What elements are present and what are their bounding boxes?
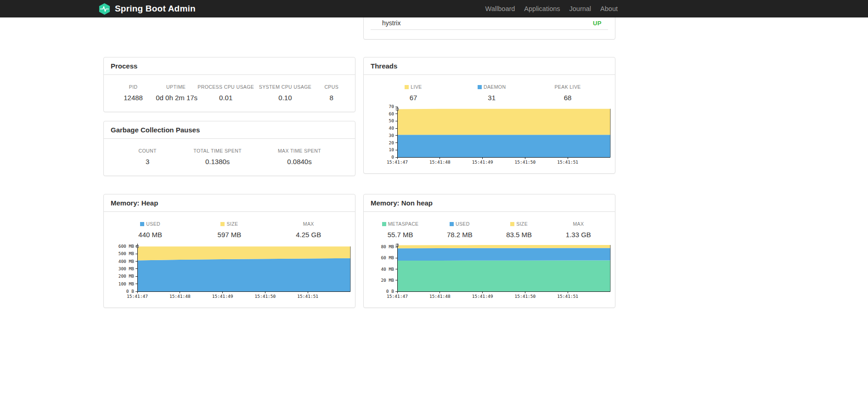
col-right-mem: Memory: Non heap METASPACE 55.7 MB — [363, 194, 615, 317]
legend-item-daemon: DAEMON 31 — [456, 84, 527, 102]
metric-label: DAEMON — [456, 84, 527, 90]
legend-item-used: USED 78.2 MB — [430, 221, 489, 239]
svg-text:100 MB: 100 MB — [118, 281, 135, 286]
metric-label: CPUS — [315, 84, 348, 90]
svg-text:15:41:51: 15:41:51 — [297, 294, 318, 299]
metric-label: LIVE — [371, 84, 456, 90]
svg-text:40: 40 — [389, 125, 395, 131]
metric-label: MAX TIME SPENT — [251, 148, 348, 154]
metric-gc-max-time: MAX TIME SPENT 0.0840s — [251, 148, 348, 165]
metric-value: 0d 0h 2m 17s — [156, 94, 196, 102]
brand[interactable]: Spring Boot Admin — [96, 3, 196, 15]
metric-label: PID — [111, 84, 156, 90]
nav-item-applications[interactable]: Applications — [519, 0, 564, 17]
metric-label: METASPACE — [371, 221, 430, 227]
nonheap-chart: 0 B20 MB40 MB60 MB80 MB15:41:4715:41:481… — [375, 241, 614, 300]
heap-chart: 0 B100 MB200 MB300 MB400 MB500 MB600 MB1… — [115, 241, 354, 300]
legend-item-peak-live: PEAK LIVE 68 — [527, 84, 608, 102]
metric-pid: PID 12488 — [111, 84, 156, 102]
metric-value: 12488 — [111, 94, 156, 102]
metric-label: USED — [111, 221, 190, 227]
svg-text:40 MB: 40 MB — [381, 267, 394, 272]
metric-label: SYSTEM CPU USAGE — [255, 84, 315, 90]
size-swatch-icon — [510, 222, 514, 226]
svg-text:15:41:51: 15:41:51 — [557, 159, 578, 165]
metric-label: COUNT — [111, 148, 184, 154]
row-main: Process PID 12488 UPTIME 0d 0h 2m 17s PR… — [103, 57, 615, 185]
metaspace-swatch-icon — [382, 222, 386, 226]
svg-text:15:41:51: 15:41:51 — [557, 294, 578, 299]
metric-gc-total-time: TOTAL TIME SPENT 0.1380s — [184, 148, 251, 165]
spring-boot-admin-logo-icon — [98, 3, 111, 15]
row-memory: Memory: Heap USED 440 MB — [103, 194, 615, 317]
col-left-empty — [103, 17, 355, 40]
heap-chart-container: 0 B100 MB200 MB300 MB400 MB500 MB600 MB1… — [111, 239, 348, 300]
live-swatch-icon — [405, 85, 409, 89]
threads-panel: Threads LIVE 67 — [363, 57, 615, 174]
used-swatch-icon — [140, 222, 144, 226]
memory-nonheap-panel: Memory: Non heap METASPACE 55.7 MB — [363, 194, 615, 308]
metric-value: 0.01 — [196, 94, 255, 102]
svg-text:0: 0 — [391, 154, 394, 159]
legend-item-max: MAX 4.25 GB — [269, 221, 348, 239]
svg-text:15:41:48: 15:41:48 — [169, 294, 191, 299]
navbar: Spring Boot Admin Wallboard Applications… — [0, 0, 868, 17]
svg-text:15:41:49: 15:41:49 — [212, 294, 233, 299]
svg-text:60 MB: 60 MB — [381, 255, 394, 260]
metric-label: MAX — [549, 221, 608, 227]
metric-value: 0.10 — [255, 94, 315, 102]
panel-title: Memory: Non heap — [364, 194, 615, 212]
metric-uptime: UPTIME 0d 0h 2m 17s — [156, 84, 196, 102]
legend-item-used: USED 440 MB — [111, 221, 190, 239]
legend-item-size: SIZE 597 MB — [190, 221, 269, 239]
metric-value: 597 MB — [190, 231, 269, 239]
metric-value: 68 — [527, 94, 608, 102]
svg-text:30: 30 — [389, 133, 395, 138]
svg-text:10: 10 — [389, 147, 395, 152]
application-row[interactable]: hystrix UP — [371, 17, 608, 30]
svg-text:80 MB: 80 MB — [381, 244, 394, 249]
svg-text:15:41:50: 15:41:50 — [255, 294, 276, 299]
metric-label: UPTIME — [156, 84, 196, 90]
metric-value: 0.1380s — [184, 158, 251, 165]
metric-value: 1.33 GB — [549, 231, 608, 239]
metric-value: 4.25 GB — [269, 231, 348, 239]
panel-title: Process — [104, 57, 355, 75]
nav-item-journal[interactable]: Journal — [565, 0, 596, 17]
application-name[interactable]: hystrix — [382, 19, 400, 27]
metric-value: 55.7 MB — [371, 231, 430, 239]
nav-item-wallboard[interactable]: Wallboard — [481, 0, 520, 17]
threads-legend: LIVE 67 DAEMON 31 — [371, 84, 608, 102]
metric-cpus: CPUS 8 — [315, 84, 348, 102]
status-badge: UP — [593, 20, 602, 27]
svg-text:20 MB: 20 MB — [381, 278, 394, 283]
svg-text:500 MB: 500 MB — [118, 251, 135, 256]
legend-item-metaspace: METASPACE 55.7 MB — [371, 221, 430, 239]
process-panel: Process PID 12488 UPTIME 0d 0h 2m 17s PR… — [103, 57, 355, 112]
metric-value: 0.0840s — [251, 158, 348, 165]
daemon-swatch-icon — [478, 85, 482, 89]
metric-value: 8 — [315, 94, 348, 102]
svg-text:300 MB: 300 MB — [118, 266, 135, 271]
metric-process-cpu: PROCESS CPU USAGE 0.01 — [196, 84, 255, 102]
size-swatch-icon — [220, 222, 225, 226]
panel-title: Threads — [364, 57, 615, 75]
process-metrics: PID 12488 UPTIME 0d 0h 2m 17s PROCESS CP… — [104, 75, 355, 112]
legend-item-live: LIVE 67 — [371, 84, 456, 102]
brand-title: Spring Boot Admin — [115, 4, 196, 14]
nav-item-about[interactable]: About — [596, 0, 622, 17]
nonheap-legend: METASPACE 55.7 MB USED 78.2 MB — [371, 221, 608, 239]
metric-label: SIZE — [190, 221, 269, 227]
svg-text:60: 60 — [389, 111, 395, 116]
metric-label: TOTAL TIME SPENT — [184, 148, 251, 154]
navbar-links: Wallboard Applications Journal About — [481, 0, 622, 17]
col-left: Process PID 12488 UPTIME 0d 0h 2m 17s PR… — [103, 57, 355, 185]
svg-text:15:41:47: 15:41:47 — [387, 294, 408, 299]
panel-title: Memory: Heap — [104, 194, 355, 212]
svg-text:50: 50 — [389, 118, 395, 123]
gc-panel: Garbage Collection Pauses COUNT 3 TOTAL … — [103, 121, 355, 176]
svg-text:15:41:50: 15:41:50 — [515, 159, 536, 165]
svg-text:15:41:48: 15:41:48 — [429, 159, 451, 165]
legend-item-max: MAX 1.33 GB — [549, 221, 608, 239]
threads-chart: 01020304050607015:41:4715:41:4815:41:491… — [375, 104, 614, 166]
